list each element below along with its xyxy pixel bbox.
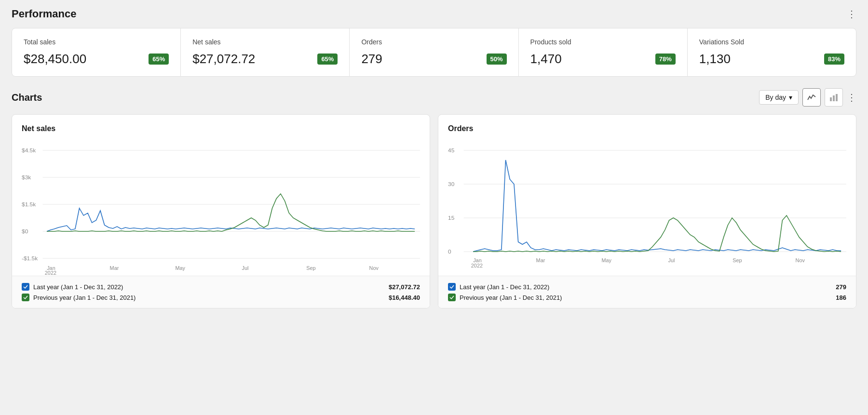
- check-icon: [449, 284, 454, 289]
- kpi-value: 1,470: [530, 52, 562, 67]
- svg-rect-0: [830, 97, 832, 101]
- legend-checkbox[interactable]: [22, 283, 29, 291]
- svg-text:Sep: Sep: [732, 258, 742, 263]
- kpi-label: Net sales: [192, 38, 338, 46]
- orders-chart-title: Orders: [448, 124, 846, 133]
- kpi-card-net-sales: Net sales $27,072.72 65%: [181, 28, 350, 76]
- orders-chart-inner: Orders 45 30 15 0 Jan: [438, 115, 856, 276]
- kpi-badge: 65%: [149, 54, 169, 65]
- svg-text:-$1.5k: -$1.5k: [22, 255, 38, 261]
- page-title: Performance: [12, 8, 77, 20]
- charts-grid: Net sales $4.5k $3k $1.5k $0: [12, 114, 856, 308]
- charts-header: Charts By day ▾ ⋮: [12, 88, 856, 107]
- kpi-badge: 83%: [824, 54, 844, 65]
- chart-type-button-2[interactable]: [825, 88, 843, 107]
- svg-text:45: 45: [448, 147, 454, 153]
- kpi-label: Variations Sold: [699, 38, 844, 46]
- legend-label: Last year (Jan 1 - Dec 31, 2022): [33, 283, 123, 291]
- svg-text:Jan: Jan: [473, 258, 482, 263]
- kpi-value-row: $27,072.72 65%: [192, 52, 338, 67]
- svg-text:Mar: Mar: [110, 266, 119, 271]
- kpi-badge: 65%: [317, 54, 338, 65]
- line-chart-icon: [807, 93, 816, 102]
- legend-left: Previous year (Jan 1 - Dec 31, 2021): [448, 294, 562, 301]
- check-icon: [23, 295, 28, 300]
- period-selector[interactable]: By day ▾: [759, 90, 799, 105]
- legend-left: Last year (Jan 1 - Dec 31, 2022): [22, 283, 123, 291]
- kpi-row: Total sales $28,450.00 65% Net sales $27…: [12, 28, 856, 77]
- svg-text:15: 15: [448, 215, 454, 220]
- check-icon: [23, 284, 28, 289]
- legend-label: Previous year (Jan 1 - Dec 31, 2021): [33, 294, 136, 301]
- page-more-button[interactable]: ⋮: [847, 8, 856, 20]
- svg-text:$0: $0: [22, 228, 28, 234]
- legend-row: Previous year (Jan 1 - Dec 31, 2021) $16…: [22, 294, 420, 301]
- period-label: By day: [765, 94, 786, 101]
- check-icon: [449, 295, 454, 300]
- net-sales-chart-card: Net sales $4.5k $3k $1.5k $0: [12, 114, 430, 308]
- svg-text:$4.5k: $4.5k: [22, 147, 36, 153]
- svg-text:Jul: Jul: [668, 258, 675, 263]
- legend-left: Last year (Jan 1 - Dec 31, 2022): [448, 283, 549, 291]
- kpi-value-row: 1,130 83%: [699, 52, 844, 67]
- kpi-value: 1,130: [699, 52, 731, 67]
- svg-text:May: May: [175, 266, 185, 271]
- charts-more-button[interactable]: ⋮: [847, 92, 856, 103]
- svg-rect-2: [836, 94, 838, 101]
- kpi-card-products-sold: Products sold 1,470 78%: [519, 28, 688, 76]
- orders-chart-card: Orders 45 30 15 0 Jan: [438, 114, 856, 308]
- legend-row: Last year (Jan 1 - Dec 31, 2022) 279: [448, 283, 846, 291]
- kpi-label: Total sales: [24, 38, 169, 46]
- chart-type-button[interactable]: [802, 88, 821, 107]
- charts-title: Charts: [12, 92, 42, 103]
- kpi-card-orders: Orders 279 50%: [350, 28, 518, 76]
- legend-value: 186: [836, 294, 846, 301]
- svg-text:2022: 2022: [471, 263, 483, 268]
- svg-text:Nov: Nov: [369, 266, 379, 271]
- orders-svg: 45 30 15 0 Jan 2022 Mar May Jul Sep Nov: [448, 141, 846, 276]
- legend-value: 279: [836, 283, 846, 291]
- svg-text:Sep: Sep: [306, 266, 316, 271]
- page-wrapper: Performance ⋮ Total sales $28,450.00 65%…: [0, 0, 868, 316]
- kpi-card-variations-sold: Variations Sold 1,130 83%: [688, 28, 856, 76]
- svg-text:$3k: $3k: [22, 174, 31, 180]
- kpi-value-row: 1,470 78%: [530, 52, 676, 67]
- kpi-card-total-sales: Total sales $28,450.00 65%: [12, 28, 181, 76]
- svg-text:Jan: Jan: [47, 266, 55, 271]
- legend-checkbox[interactable]: [22, 294, 29, 301]
- net-sales-chart-area: $4.5k $3k $1.5k $0 -$1.5k Jan 2022 Mar M…: [22, 141, 420, 276]
- legend-checkbox[interactable]: [448, 294, 456, 301]
- kpi-label: Orders: [361, 38, 506, 46]
- kpi-badge: 50%: [487, 54, 507, 65]
- legend-label: Previous year (Jan 1 - Dec 31, 2021): [460, 294, 562, 301]
- kpi-value-row: 279 50%: [361, 52, 506, 67]
- svg-text:$1.5k: $1.5k: [22, 201, 36, 207]
- legend-checkbox[interactable]: [448, 283, 456, 291]
- svg-text:Mar: Mar: [536, 258, 545, 263]
- orders-chart-footer: Last year (Jan 1 - Dec 31, 2022) 279 Pre…: [438, 276, 856, 308]
- charts-controls: By day ▾ ⋮: [759, 88, 856, 107]
- svg-text:Jul: Jul: [242, 266, 248, 271]
- svg-text:0: 0: [448, 249, 451, 254]
- page-header: Performance ⋮: [12, 8, 856, 20]
- net-sales-chart-footer: Last year (Jan 1 - Dec 31, 2022) $27,072…: [12, 276, 430, 308]
- net-sales-chart-title: Net sales: [22, 124, 420, 133]
- net-sales-svg: $4.5k $3k $1.5k $0 -$1.5k Jan 2022 Mar M…: [22, 141, 420, 276]
- svg-text:30: 30: [448, 181, 454, 187]
- legend-value: $27,072.72: [389, 283, 420, 291]
- chevron-down-icon: ▾: [789, 94, 792, 101]
- svg-rect-1: [833, 95, 835, 101]
- legend-label: Last year (Jan 1 - Dec 31, 2022): [460, 283, 549, 291]
- bar-chart-icon: [829, 93, 839, 102]
- legend-value: $16,448.40: [389, 294, 420, 301]
- legend-left: Previous year (Jan 1 - Dec 31, 2021): [22, 294, 136, 301]
- net-sales-chart-inner: Net sales $4.5k $3k $1.5k $0: [12, 115, 430, 276]
- kpi-label: Products sold: [530, 38, 676, 46]
- kpi-value-row: $28,450.00 65%: [24, 52, 169, 67]
- kpi-badge: 78%: [655, 54, 676, 65]
- svg-text:2022: 2022: [45, 270, 56, 276]
- legend-row: Previous year (Jan 1 - Dec 31, 2021) 186: [448, 294, 846, 301]
- kpi-value: $27,072.72: [192, 52, 255, 67]
- svg-text:Nov: Nov: [796, 258, 805, 263]
- svg-text:May: May: [601, 258, 611, 263]
